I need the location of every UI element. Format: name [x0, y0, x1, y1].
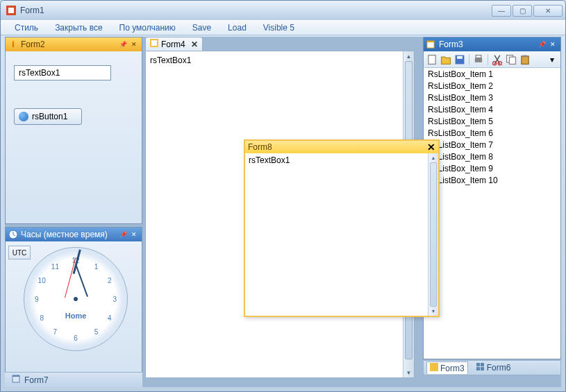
form4-text: rsTextBox1 — [150, 56, 191, 65]
form8-window[interactable]: Form8 ✕ rsTextBox1 ▲ ▼ — [244, 139, 440, 317]
copy-icon[interactable] — [505, 53, 517, 66]
form3-tab-icon — [430, 363, 438, 373]
list-item[interactable]: RsListBox_Item 10 — [425, 176, 559, 187]
form3-panel: Form3 📌 ✕ ▾ RsListBox_Item 1 RsListBox_I… — [423, 37, 561, 359]
form3-header[interactable]: Form3 📌 ✕ — [424, 37, 560, 51]
form3-icon — [426, 40, 436, 49]
menu-default[interactable]: По умолчанию — [111, 22, 184, 34]
second-hand — [65, 257, 76, 298]
tab-form6[interactable]: Form6 — [474, 362, 514, 374]
list-item[interactable]: RsListBox_Item 8 — [425, 152, 559, 164]
svg-rect-5 — [13, 375, 19, 377]
form4-icon — [150, 39, 158, 49]
utc-button[interactable]: UTC — [8, 246, 31, 259]
svg-rect-19 — [522, 56, 528, 64]
pin-icon[interactable]: 📌 — [537, 40, 547, 49]
form8-title: Form8 — [248, 142, 427, 152]
clock-num-2: 2 — [108, 277, 112, 284]
scroll-up-icon[interactable]: ▲ — [428, 153, 438, 162]
close-icon[interactable]: ✕ — [129, 230, 139, 239]
right-tabstrip: Form3 Form6 — [423, 360, 561, 375]
clock-num-8: 8 — [40, 314, 44, 321]
tab-form4[interactable]: Form4 ✕ — [145, 37, 203, 51]
toolbar-overflow-icon[interactable]: ▾ — [546, 53, 558, 66]
svg-rect-21 — [430, 363, 438, 371]
list-item[interactable]: RsListBox_Item 6 — [425, 128, 559, 140]
form3-listbox[interactable]: RsListBox_Item 1 RsListBox_Item 2 RsList… — [424, 68, 560, 359]
scroll-down-icon[interactable]: ▼ — [428, 307, 438, 316]
tab-close-icon[interactable]: ✕ — [191, 40, 198, 49]
scroll-up-icon[interactable]: ▲ — [403, 51, 414, 61]
svg-rect-12 — [457, 56, 463, 58]
tab-form3-label: Form3 — [440, 364, 465, 373]
list-item[interactable]: RsListBox_Item 3 — [425, 93, 559, 105]
new-icon[interactable] — [426, 53, 438, 66]
form2-header[interactable]: Form2 📌 ✕ — [6, 37, 142, 51]
form8-scrollbar[interactable]: ▲ ▼ — [428, 153, 438, 316]
scroll-thumb[interactable] — [430, 162, 437, 307]
maximize-button[interactable]: ▢ — [513, 5, 532, 17]
form8-header[interactable]: Form8 ✕ — [245, 141, 438, 153]
svg-rect-22 — [476, 363, 480, 366]
open-icon[interactable] — [440, 53, 452, 66]
button-bullet-icon — [19, 112, 28, 121]
toolbar-separator — [469, 54, 469, 65]
minute-hand — [75, 264, 88, 297]
svg-rect-25 — [481, 367, 484, 370]
svg-point-16 — [498, 61, 501, 65]
close-button[interactable]: ✕ — [533, 5, 563, 17]
form2-icon — [8, 40, 18, 49]
clock-panel: Часы (местное время) 📌 ✕ UTC 12 1 2 3 4 … — [5, 227, 142, 377]
svg-rect-2 — [13, 43, 14, 47]
save-icon[interactable] — [453, 53, 466, 66]
form8-text: rsTextBox1 — [249, 155, 290, 165]
menu-load[interactable]: Load — [219, 22, 255, 34]
form2-title: Form2 — [21, 40, 117, 49]
tab-form6-label: Form6 — [487, 363, 511, 373]
form2-textbox[interactable] — [14, 65, 111, 80]
tab-form4-label: Form4 — [161, 40, 185, 49]
app-icon — [6, 6, 16, 15]
list-item[interactable]: RsListBox_Item 1 — [425, 69, 559, 81]
form7-icon — [12, 374, 22, 386]
svg-rect-24 — [476, 367, 480, 370]
clock-num-4: 4 — [108, 314, 112, 321]
tab-form3[interactable]: Form3 — [426, 361, 468, 374]
list-item[interactable]: RsListBox_Item 5 — [425, 117, 559, 128]
list-item[interactable]: RsListBox_Item 4 — [425, 105, 559, 117]
minimize-button[interactable]: — — [492, 5, 511, 17]
menubar: Стиль Закрыть все По умолчанию Save Load… — [1, 20, 565, 35]
clock-header[interactable]: Часы (местное время) 📌 ✕ — [6, 228, 142, 241]
form8-close-icon[interactable]: ✕ — [427, 142, 435, 153]
pin-icon[interactable]: 📌 — [118, 230, 128, 239]
scroll-down-icon[interactable]: ▼ — [403, 368, 414, 377]
menu-visible[interactable]: Visible 5 — [255, 22, 303, 34]
clock-num-1: 1 — [94, 262, 99, 270]
svg-point-15 — [493, 61, 497, 65]
list-item[interactable]: RsListBox_Item 9 — [425, 164, 559, 176]
paste-icon[interactable] — [519, 53, 531, 66]
clock-label: Home — [65, 312, 87, 320]
clock-face: 12 1 2 3 4 5 6 7 8 9 10 11 Home — [24, 247, 128, 351]
clock-num-6: 6 — [74, 334, 78, 342]
close-icon[interactable]: ✕ — [548, 40, 558, 49]
close-icon[interactable]: ✕ — [129, 40, 139, 49]
menu-close-all[interactable]: Закрыть все — [47, 22, 110, 34]
clock-num-3: 3 — [113, 296, 117, 303]
list-item[interactable]: RsListBox_Item 2 — [425, 81, 559, 93]
form3-toolbar: ▾ — [424, 51, 560, 68]
menu-style[interactable]: Стиль — [6, 22, 47, 34]
titlebar[interactable]: Form1 — ▢ ✕ — [1, 1, 565, 20]
tab-form7[interactable]: Form7 — [8, 373, 53, 387]
pin-icon[interactable]: 📌 — [118, 40, 128, 49]
main-window: Form1 — ▢ ✕ Стиль Закрыть все По умолчан… — [0, 0, 566, 392]
rsbutton1[interactable]: rsButton1 — [14, 108, 82, 125]
list-item[interactable]: RsListBox_Item 7 — [425, 140, 559, 152]
menu-save[interactable]: Save — [184, 22, 219, 34]
toolbar-separator — [488, 54, 488, 65]
cut-icon[interactable] — [491, 53, 503, 66]
clock-title: Часы (местное время) — [21, 230, 117, 239]
form6-tab-icon — [476, 363, 485, 373]
print-icon[interactable] — [472, 53, 485, 66]
client-area: Form2 📌 ✕ rsButton1 Часы (местное время)… — [5, 37, 561, 387]
